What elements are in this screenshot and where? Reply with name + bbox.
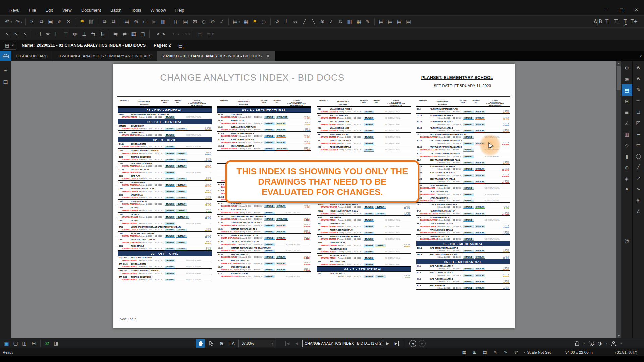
file-access-panel-icon[interactable]: ⊟ bbox=[1, 66, 10, 75]
sync-views-button[interactable]: ⇄ bbox=[43, 339, 52, 348]
insert-pages-icon[interactable]: ▤ bbox=[377, 17, 386, 26]
links-panel-icon[interactable]: ⊕ bbox=[622, 162, 632, 173]
back-menu-icon[interactable]: ∨ bbox=[177, 29, 180, 38]
delete-pages-icon[interactable]: ▤ bbox=[386, 17, 395, 26]
create-pdf-menu-icon[interactable]: ∨ bbox=[237, 17, 241, 26]
text-box-tool-icon[interactable]: A bbox=[633, 62, 644, 73]
brightness-button[interactable]: ◑ bbox=[598, 341, 602, 346]
detach-view-button[interactable]: ◨ bbox=[52, 339, 61, 348]
highlighter-tool-icon[interactable]: ✏ bbox=[633, 95, 644, 106]
document-tab-3[interactable]: 20200211 - 01 CHANGE ANALYTICS INDEX - B… bbox=[157, 51, 275, 61]
binder-icon[interactable]: ▥ bbox=[159, 17, 168, 26]
hyperlink-icon[interactable]: ⊕ bbox=[318, 17, 327, 26]
copy-icon[interactable]: ⧉ bbox=[37, 17, 46, 26]
align-bottom-icon[interactable]: ⊥ bbox=[79, 29, 89, 38]
new-document-icon[interactable]: ▤ bbox=[122, 17, 131, 26]
chevron-down-icon[interactable]: ∨ bbox=[620, 342, 622, 345]
previous-page-button[interactable]: ◀ bbox=[293, 341, 300, 346]
zoom-level-select[interactable]: 37.83% ∨ bbox=[238, 340, 276, 347]
crop-pages-icon[interactable]: ▦ bbox=[241, 17, 250, 26]
extract-pages-icon[interactable]: ▤ bbox=[404, 17, 413, 26]
rectangle-tool-icon[interactable]: ▭ bbox=[633, 139, 644, 150]
document-selector[interactable]: ▤ ∨ bbox=[3, 41, 16, 50]
align-left-icon[interactable]: ⊣ bbox=[34, 29, 43, 38]
format-painter-icon[interactable]: ✐ bbox=[55, 17, 64, 26]
email-icon[interactable]: ✉ bbox=[190, 17, 199, 26]
keynote-icon[interactable]: ⚑ bbox=[77, 17, 87, 26]
grid-toggle-icon[interactable]: ▦ bbox=[461, 349, 467, 355]
print-icon[interactable]: ▤ bbox=[181, 17, 190, 26]
measurements-panel-icon[interactable]: ∠ bbox=[622, 118, 632, 129]
text-squiggle-icon[interactable]: T bbox=[621, 17, 630, 26]
properties-panel-icon[interactable]: ⚙ bbox=[622, 62, 632, 73]
swap-icon[interactable]: ⇄ bbox=[513, 349, 519, 355]
compare-ab-icon[interactable]: A|B bbox=[593, 17, 602, 26]
line-tool-icon[interactable]: ╱ bbox=[633, 161, 644, 172]
split-vertical-button[interactable]: ◫ bbox=[20, 339, 29, 348]
document-tab-1[interactable]: 0.1-DASHBOARD bbox=[11, 51, 53, 61]
freehand-icon[interactable]: ✎ bbox=[363, 17, 372, 26]
last-page-button[interactable]: ▶ bbox=[393, 341, 400, 346]
typewriter-tool-icon[interactable]: A bbox=[633, 73, 644, 84]
info-button[interactable]: i bbox=[589, 341, 594, 346]
undo-menu-icon[interactable]: ∨ bbox=[9, 17, 13, 26]
next-view-button[interactable]: ▶ bbox=[419, 340, 426, 347]
flag-icon[interactable]: ⚑ bbox=[250, 17, 259, 26]
pdf-page[interactable]: CHANGE ANALYTICS INDEX - BID DOCS PLANSE… bbox=[113, 64, 515, 328]
single-pane-button[interactable]: ▢ bbox=[11, 339, 20, 348]
chevron-down-icon[interactable]: ∨ bbox=[605, 342, 607, 345]
scroll-down-icon[interactable]: ▼ bbox=[616, 334, 621, 338]
text-underline-icon[interactable]: T bbox=[611, 17, 621, 26]
line-tool-icon[interactable]: ╱ bbox=[300, 17, 309, 26]
menu-file[interactable]: File bbox=[24, 6, 41, 14]
stamp-tool-icon[interactable]: ◈ bbox=[633, 194, 644, 205]
insert-blank-page-icon[interactable]: ⊕ bbox=[131, 17, 141, 26]
document-tab-2[interactable]: 0.2-CHANGE ANALYTICS SUMMARY AND INDEXES bbox=[53, 51, 157, 61]
align-middle-icon[interactable]: ≎ bbox=[70, 29, 79, 38]
chevron-down-icon[interactable]: ∨ bbox=[583, 342, 585, 345]
maximize-button[interactable]: □ bbox=[614, 5, 629, 15]
next-page-button[interactable]: ▶ bbox=[384, 341, 391, 346]
menu-revu[interactable]: Revu bbox=[5, 6, 24, 14]
sets-panel-icon[interactable]: ▤ bbox=[1, 77, 10, 86]
save-icon[interactable]: ▣ bbox=[150, 17, 159, 26]
fit-width-icon[interactable]: ↔ bbox=[291, 17, 300, 26]
group-icon[interactable]: ▦ bbox=[129, 29, 138, 38]
file-access-tab[interactable] bbox=[0, 51, 11, 61]
lock-icon[interactable] bbox=[575, 341, 579, 346]
model-3d-icon[interactable]: ◇ bbox=[199, 17, 208, 26]
scale-measure-icon[interactable]: ↔ bbox=[150, 29, 172, 38]
select-add-icon[interactable]: ↖ bbox=[12, 29, 21, 38]
profile-icon[interactable] bbox=[611, 341, 616, 346]
arrow-tool-icon[interactable]: ↗ bbox=[633, 172, 644, 183]
markup-pen-icon[interactable]: ✎ bbox=[492, 349, 498, 355]
copy-with-markups-icon[interactable]: ⧉ bbox=[100, 17, 109, 26]
scale-control[interactable]: ∨ Scale Not Set bbox=[524, 350, 551, 354]
layers-panel-icon[interactable]: ▥ bbox=[622, 129, 632, 140]
studio-panel-icon[interactable]: ◉ bbox=[622, 73, 632, 84]
distribute-h-icon[interactable]: ⇆ bbox=[89, 29, 98, 38]
open-file-icon[interactable]: ▭ bbox=[141, 17, 150, 26]
measure-angle-icon[interactable]: ∠ bbox=[327, 17, 336, 26]
first-page-button[interactable]: ◀ bbox=[284, 341, 291, 346]
flags-panel-icon[interactable]: ⚑ bbox=[622, 184, 632, 195]
snapshot-icon[interactable]: ▧ bbox=[87, 17, 96, 26]
vertical-scrollbar[interactable]: ▲ ▼ bbox=[616, 61, 621, 338]
menu-help[interactable]: Help bbox=[171, 6, 189, 14]
line-tool-alt-icon[interactable]: ╲ bbox=[309, 17, 318, 26]
minimize-button[interactable]: – bbox=[599, 5, 614, 15]
lasso-icon[interactable]: ◌ bbox=[259, 17, 268, 26]
polyline-tool-icon[interactable]: ∿ bbox=[633, 183, 644, 194]
align-center-icon[interactable]: ≍ bbox=[43, 29, 52, 38]
eraser-tool-icon[interactable]: ◻ bbox=[633, 106, 644, 117]
tab-overflow-button[interactable]: ∨ bbox=[640, 51, 642, 61]
distribute-v-icon[interactable]: ⇅ bbox=[98, 29, 107, 38]
thumbnails-panel-icon[interactable]: ⊞ bbox=[622, 96, 632, 107]
account-icon[interactable]: ☺ bbox=[622, 235, 632, 246]
measure-tool-icon[interactable]: ∠ bbox=[633, 205, 644, 217]
replace-pages-icon[interactable]: ▤ bbox=[395, 17, 404, 26]
spaces-panel-icon[interactable]: ◇ bbox=[622, 140, 632, 151]
ellipse-tool-icon[interactable]: ◯ bbox=[633, 150, 644, 161]
reuse-markup-icon[interactable]: ▤ bbox=[482, 349, 488, 355]
snap-toggle-icon[interactable]: ⊞ bbox=[472, 349, 478, 355]
